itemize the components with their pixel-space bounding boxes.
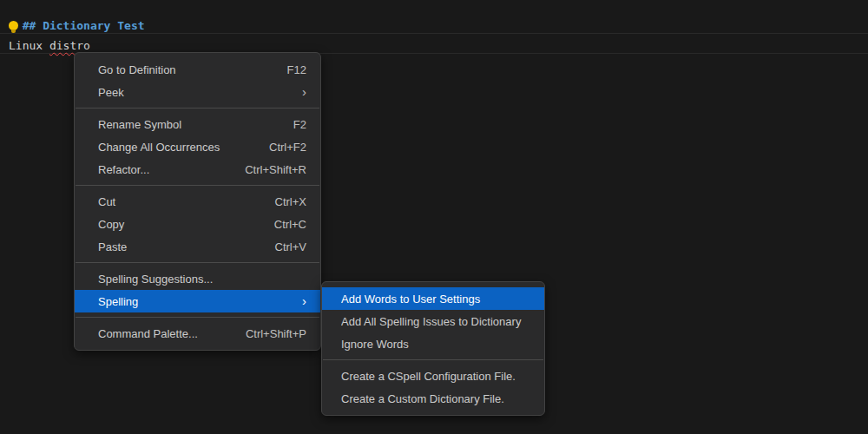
submenu-item-create-custom-dictionary-file[interactable]: Create a Custom Dictionary File. — [322, 387, 544, 410]
menu-item-spelling[interactable]: Spelling › — [75, 290, 320, 312]
menu-separator — [76, 262, 319, 263]
menu-item-shortcut: F12 — [287, 63, 306, 76]
menu-item-refactor[interactable]: Refactor... Ctrl+Shift+R — [75, 158, 320, 181]
menu-item-label: Add All Spelling Issues to Dictionary — [341, 315, 530, 328]
menu-separator — [76, 317, 319, 318]
menu-item-label: Peek — [98, 86, 281, 99]
spelling-submenu: Add Words to User Settings Add All Spell… — [321, 281, 545, 416]
menu-item-change-all-occurrences[interactable]: Change All Occurrences Ctrl+F2 — [75, 135, 320, 158]
submenu-item-add-all-spelling-issues[interactable]: Add All Spelling Issues to Dictionary — [322, 310, 544, 332]
submenu-item-add-words-to-user-settings[interactable]: Add Words to User Settings — [322, 287, 544, 310]
menu-item-command-palette[interactable]: Command Palette... Ctrl+Shift+P — [75, 322, 320, 345]
submenu-chevron-icon: › — [302, 85, 306, 98]
menu-item-label: Create a CSpell Configuration File. — [341, 370, 530, 383]
menu-separator — [76, 108, 319, 108]
menu-item-peek[interactable]: Peek › — [75, 81, 320, 103]
menu-item-go-to-definition[interactable]: Go to Definition F12 — [75, 58, 320, 81]
code-text: Linux — [9, 39, 49, 52]
menu-item-shortcut: Ctrl+Shift+R — [245, 163, 306, 176]
menu-item-spelling-suggestions[interactable]: Spelling Suggestions... — [75, 267, 320, 290]
current-line-highlight — [0, 33, 868, 54]
menu-item-label: Command Palette... — [98, 327, 225, 340]
context-menu: Go to Definition F12 Peek › Rename Symbo… — [74, 52, 321, 351]
menu-item-shortcut: F2 — [293, 118, 306, 131]
menu-item-label: Spelling Suggestions... — [98, 273, 306, 286]
menu-item-shortcut: Ctrl+V — [275, 240, 306, 253]
menu-item-label: Cut — [98, 195, 254, 208]
menu-item-label: Paste — [98, 240, 254, 253]
submenu-item-create-cspell-configuration-file[interactable]: Create a CSpell Configuration File. — [322, 365, 544, 387]
menu-item-label: Rename Symbol — [98, 118, 273, 131]
menu-item-rename-symbol[interactable]: Rename Symbol F2 — [75, 113, 320, 135]
menu-item-copy[interactable]: Copy Ctrl+C — [75, 213, 320, 235]
menu-item-label: Create a Custom Dictionary File. — [341, 392, 530, 405]
menu-item-label: Add Words to User Settings — [341, 293, 530, 306]
misspelled-word[interactable]: distro — [49, 39, 90, 52]
menu-separator — [323, 359, 543, 360]
menu-item-shortcut: Ctrl+C — [274, 218, 306, 231]
menu-item-label: Refactor... — [98, 163, 224, 176]
submenu-item-ignore-words[interactable]: Ignore Words — [322, 332, 544, 355]
submenu-chevron-icon: › — [302, 294, 306, 307]
menu-separator — [76, 185, 319, 186]
menu-item-label: Change All Occurrences — [98, 141, 248, 154]
menu-item-label: Ignore Words — [341, 338, 530, 351]
menu-item-shortcut: Ctrl+X — [275, 195, 306, 208]
menu-item-label: Spelling — [98, 295, 281, 308]
menu-item-cut[interactable]: Cut Ctrl+X — [75, 190, 320, 213]
menu-item-label: Copy — [98, 218, 253, 231]
menu-item-label: Go to Definition — [98, 63, 266, 76]
code-line[interactable]: Linux distro — [9, 39, 90, 52]
menu-item-shortcut: Ctrl+Shift+P — [246, 327, 306, 340]
menu-item-shortcut: Ctrl+F2 — [269, 141, 306, 154]
heading-text: ## Dictionary Test — [23, 19, 145, 32]
lightbulb-icon[interactable] — [9, 21, 18, 30]
menu-item-paste[interactable]: Paste Ctrl+V — [75, 235, 320, 258]
markdown-heading-line[interactable]: ## Dictionary Test — [9, 6, 145, 32]
